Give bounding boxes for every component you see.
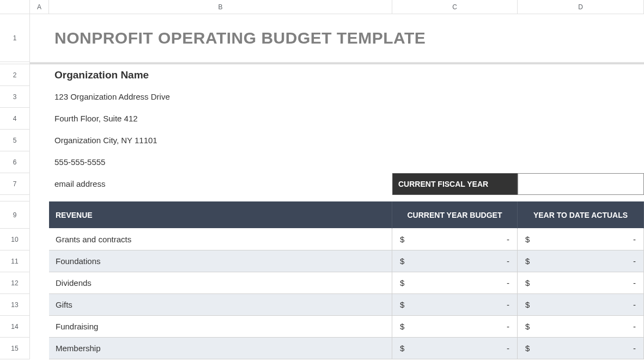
org-address-1[interactable]: 123 Organization Address Drive xyxy=(49,86,392,108)
org-phone[interactable]: 555-555-5555 xyxy=(49,151,392,173)
currency-val: - xyxy=(507,256,509,266)
page-title[interactable]: NONPROFIT OPERATING BUDGET TEMPLATE xyxy=(49,14,644,62)
currency-val: - xyxy=(633,235,636,244)
col-header-year-to-date-actuals: YEAR TO DATE ACTUALS xyxy=(518,201,644,229)
cell-A4[interactable] xyxy=(30,108,49,130)
revenue-item-actual[interactable]: $- xyxy=(518,250,644,272)
cell-A5[interactable] xyxy=(30,130,49,151)
row-header-7[interactable]: 7 xyxy=(0,173,30,195)
revenue-item-budget[interactable]: $- xyxy=(392,316,518,338)
currency-sym: $ xyxy=(525,235,530,244)
cell-A15[interactable] xyxy=(30,338,49,359)
col-header-A[interactable]: A xyxy=(30,0,49,14)
row-header-15[interactable]: 15 xyxy=(0,338,30,359)
currency-sym: $ xyxy=(525,278,530,287)
revenue-item-budget[interactable]: $- xyxy=(392,250,518,272)
revenue-item-actual[interactable]: $- xyxy=(518,338,644,359)
revenue-item-actual[interactable]: $- xyxy=(518,294,644,316)
currency-val: - xyxy=(633,256,636,266)
currency-sym: $ xyxy=(400,344,404,353)
org-address-2[interactable]: Fourth Floor, Suite 412 xyxy=(49,108,392,130)
currency-sym: $ xyxy=(525,322,530,331)
row-header-14[interactable]: 14 xyxy=(0,316,30,338)
revenue-section-header: REVENUE xyxy=(49,201,392,229)
currency-sym: $ xyxy=(400,322,404,331)
revenue-item-label[interactable]: Foundations xyxy=(49,250,392,272)
cell-A7[interactable] xyxy=(30,173,49,195)
cell-D2[interactable] xyxy=(518,64,644,86)
current-fiscal-year-label: CURRENT FISCAL YEAR xyxy=(392,173,518,195)
cell-D6[interactable] xyxy=(518,151,644,173)
org-email[interactable]: email address xyxy=(49,173,392,195)
cell-A1[interactable] xyxy=(30,14,49,62)
cell-A14[interactable] xyxy=(30,316,49,338)
cell-A10[interactable] xyxy=(30,229,49,250)
cell-C5[interactable] xyxy=(392,130,518,151)
row-header-3[interactable]: 3 xyxy=(0,86,30,108)
col-header-C[interactable]: C xyxy=(392,0,518,14)
row-header-2[interactable]: 2 xyxy=(0,64,30,86)
revenue-item-budget[interactable]: $- xyxy=(392,229,518,250)
row-header-9[interactable]: 9 xyxy=(0,201,30,229)
cell-C6[interactable] xyxy=(392,151,518,173)
select-all-corner[interactable] xyxy=(0,0,30,14)
org-name[interactable]: Organization Name xyxy=(49,64,392,86)
currency-val: - xyxy=(633,344,636,353)
cell-A9[interactable] xyxy=(30,201,49,229)
row-header-4[interactable]: 4 xyxy=(0,108,30,130)
row-header-5[interactable]: 5 xyxy=(0,130,30,151)
revenue-item-label[interactable]: Gifts xyxy=(49,294,392,316)
revenue-item-label[interactable]: Dividends xyxy=(49,272,392,294)
currency-val: - xyxy=(633,300,636,309)
cell-A3[interactable] xyxy=(30,86,49,108)
org-address-3[interactable]: Organization City, NY 11101 xyxy=(49,130,392,151)
currency-sym: $ xyxy=(400,256,404,266)
cell-A11[interactable] xyxy=(30,250,49,272)
revenue-item-actual[interactable]: $- xyxy=(518,229,644,250)
revenue-item-label[interactable]: Membership xyxy=(49,338,392,359)
cell-C2[interactable] xyxy=(392,64,518,86)
revenue-item-actual[interactable]: $- xyxy=(518,272,644,294)
cell-D5[interactable] xyxy=(518,130,644,151)
cell-C3[interactable] xyxy=(392,86,518,108)
cell-A13[interactable] xyxy=(30,294,49,316)
cell-D3[interactable] xyxy=(518,86,644,108)
current-fiscal-year-input[interactable] xyxy=(518,173,644,195)
currency-val: - xyxy=(507,300,509,309)
row-header-11[interactable]: 11 xyxy=(0,250,30,272)
gap-row xyxy=(30,195,644,201)
row-header-6[interactable]: 6 xyxy=(0,151,30,173)
row-header-8[interactable] xyxy=(0,195,30,201)
currency-sym: $ xyxy=(400,235,404,244)
row-header-1[interactable]: 1 xyxy=(0,14,30,62)
col-header-current-year-budget: CURRENT YEAR BUDGET xyxy=(392,201,518,229)
row-header-12[interactable]: 12 xyxy=(0,272,30,294)
currency-val: - xyxy=(507,344,509,353)
currency-sym: $ xyxy=(525,300,530,309)
revenue-item-budget[interactable]: $- xyxy=(392,272,518,294)
currency-sym: $ xyxy=(400,300,404,309)
currency-sym: $ xyxy=(400,278,404,287)
currency-sym: $ xyxy=(525,344,530,353)
revenue-item-actual[interactable]: $- xyxy=(518,316,644,338)
currency-val: - xyxy=(633,278,636,287)
col-header-D[interactable]: D xyxy=(518,0,644,14)
revenue-item-budget[interactable]: $- xyxy=(392,338,518,359)
row-header-13[interactable]: 13 xyxy=(0,294,30,316)
cell-C4[interactable] xyxy=(392,108,518,130)
currency-sym: $ xyxy=(525,256,530,266)
cell-A6[interactable] xyxy=(30,151,49,173)
cell-A12[interactable] xyxy=(30,272,49,294)
cell-D4[interactable] xyxy=(518,108,644,130)
currency-val: - xyxy=(507,322,509,331)
spreadsheet-grid: A B C D 1 NONPROFIT OPERATING BUDGET TEM… xyxy=(0,0,644,359)
revenue-item-label[interactable]: Fundraising xyxy=(49,316,392,338)
cell-A2[interactable] xyxy=(30,64,49,86)
currency-val: - xyxy=(507,235,509,244)
col-header-B[interactable]: B xyxy=(49,0,392,14)
revenue-item-label[interactable]: Grants and contracts xyxy=(49,229,392,250)
revenue-item-budget[interactable]: $- xyxy=(392,294,518,316)
currency-val: - xyxy=(633,322,636,331)
currency-val: - xyxy=(507,278,509,287)
row-header-10[interactable]: 10 xyxy=(0,229,30,250)
